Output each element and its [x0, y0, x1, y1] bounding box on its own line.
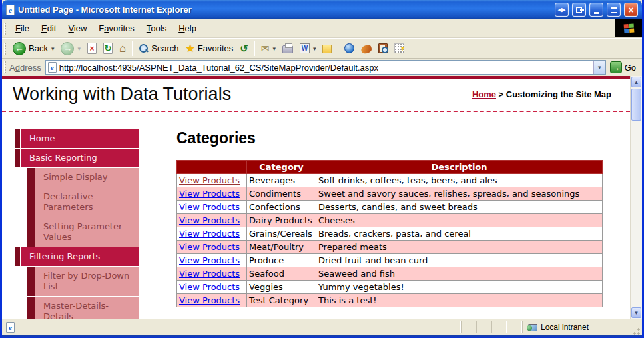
stop-button[interactable]: × [84, 41, 100, 55]
view-products-link[interactable]: View Products [179, 215, 240, 225]
forward-icon: → [61, 42, 74, 55]
address-label: Address [9, 63, 41, 73]
description-cell: Yummy vegetables! [316, 281, 603, 294]
header-description: Description [316, 161, 603, 174]
category-cell: Test Category [247, 294, 316, 307]
menu-file[interactable]: File [9, 21, 35, 36]
mail-button[interactable]: ✉ ▾ [258, 41, 279, 56]
view-products-link[interactable]: View Products [179, 202, 240, 212]
fox-icon [360, 44, 373, 55]
table-row: View Products Seafood Seaweed and fish [177, 267, 603, 281]
messenger-button[interactable] [341, 42, 358, 55]
favorites-button[interactable]: ★ Favorites [182, 42, 236, 55]
breadcrumb: Home > Customizing the Site Map [472, 89, 621, 99]
sidebar-item-simple-display[interactable]: Simple Display [27, 168, 139, 187]
view-products-link[interactable]: View Products [179, 189, 240, 199]
refresh-button[interactable]: ↻ [100, 41, 116, 55]
toolbar-grip[interactable] [4, 43, 6, 55]
menu-edit[interactable]: Edit [35, 21, 62, 36]
search-button[interactable]: Search [135, 42, 182, 55]
addon-button[interactable] [358, 42, 375, 55]
table-row: View Products Veggies Yummy vegetables! [177, 281, 603, 294]
toolbar-separator [338, 41, 338, 56]
description-cell: Breads, crackers, pasta, and cereal [316, 227, 603, 241]
close-button[interactable]: × [624, 3, 638, 17]
status-panel [491, 321, 507, 333]
scroll-up-button[interactable]: ▲ [631, 77, 641, 87]
sidebar-item-setting-parameter-values[interactable]: Setting Parameter Values [27, 217, 139, 247]
standard-toolbar: ← Back ▾ → ▾ × ↻ ⌂ Search ★ Favorites ↺ … [2, 38, 642, 59]
table-row: View Products Condiments Sweet and savor… [177, 187, 603, 201]
note-icon [322, 45, 332, 53]
edit-dropdown-icon[interactable]: ▾ [313, 45, 316, 52]
menu-help[interactable]: Help [172, 21, 202, 36]
view-products-link[interactable]: View Products [179, 242, 240, 252]
web-page: Working with Data Tutorials Home > Custo… [2, 76, 630, 319]
home-icon: ⌂ [119, 43, 126, 54]
sidebar-item-home[interactable]: Home [15, 129, 139, 148]
back-dropdown-icon[interactable]: ▾ [51, 45, 55, 52]
breadcrumb-home-link[interactable]: Home [472, 89, 496, 99]
title-bar[interactable]: e Untitled Page - Microsoft Internet Exp… [2, 0, 642, 19]
vertical-scrollbar[interactable]: ▲ ▼ [630, 76, 642, 319]
mail-dropdown-icon[interactable]: ▾ [272, 45, 276, 52]
resize-grip[interactable] [631, 326, 641, 335]
scrollbar-thumb[interactable] [631, 89, 641, 121]
sidebar-item-basic-reporting[interactable]: Basic Reporting [15, 149, 139, 167]
description-cell: Cheeses [316, 214, 603, 227]
history-button[interactable]: ↺ [236, 41, 252, 56]
pixel-grid-icon [394, 43, 404, 53]
browser-viewport: Working with Data Tutorials Home > Custo… [2, 76, 642, 319]
page-title: Categories [176, 129, 623, 147]
minimize-button[interactable] [589, 3, 603, 17]
forward-dropdown-icon: ▾ [77, 45, 81, 52]
menu-favorites[interactable]: Favorites [93, 21, 140, 36]
pop-out-button[interactable] [572, 3, 586, 17]
sidebar-item-declarative-parameters[interactable]: Declarative Parameters [27, 187, 139, 217]
page-header: Working with Data Tutorials Home > Custo… [2, 79, 630, 112]
status-panel [507, 321, 522, 333]
back-button[interactable]: ← Back ▾ [9, 41, 57, 57]
menu-tools[interactable]: Tools [141, 21, 172, 36]
research-button[interactable] [375, 42, 391, 55]
notes-button[interactable] [319, 42, 335, 55]
address-url[interactable]: http://localhost:4935/ASPNET_Data_Tutori… [59, 63, 591, 73]
sidebar-item-master-details-details[interactable]: Master-Details-Details [27, 297, 139, 319]
breadcrumb-current: Customizing the Site Map [506, 89, 611, 99]
view-products-link[interactable]: View Products [179, 282, 240, 292]
description-cell: Sweet and savory sauces, relishes, sprea… [316, 187, 603, 201]
scroll-down-button[interactable]: ▼ [631, 307, 641, 318]
address-dropdown-button[interactable]: ▾ [593, 61, 605, 74]
address-input[interactable]: e http://localhost:4935/ASPNET_Data_Tuto… [45, 60, 606, 75]
category-cell: Meat/Poultry [247, 241, 316, 254]
status-page-icon: e [6, 322, 15, 333]
table-row: View Products Grains/Cereals Breads, cra… [177, 227, 603, 241]
sidebar-menu: Home Basic Reporting Simple Display Decl… [15, 129, 139, 319]
home-button[interactable]: ⌂ [116, 41, 129, 55]
maximize-button[interactable] [607, 3, 621, 17]
window-title: Untitled Page - Microsoft Internet Explo… [18, 5, 551, 15]
go-arrow-icon: → [610, 61, 622, 73]
sidebar-item-filtering-reports[interactable]: Filtering Reports [15, 247, 139, 266]
go-button[interactable]: → Go [606, 61, 640, 73]
view-products-link[interactable]: View Products [179, 295, 240, 305]
addressbar-grip[interactable] [4, 61, 6, 73]
breadcrumb-separator: > [496, 89, 506, 99]
resize-toggle-button[interactable]: ◂▸ [555, 3, 569, 17]
menu-view[interactable]: View [62, 21, 93, 36]
view-products-link[interactable]: View Products [179, 175, 240, 185]
edit-with-word-button[interactable]: W ▾ [296, 42, 320, 55]
category-cell: Seafood [247, 267, 316, 281]
forward-button[interactable]: → ▾ [57, 41, 84, 57]
category-cell: Condiments [247, 187, 316, 201]
search-icon [139, 43, 149, 53]
description-cell: Dried fruit and bean curd [316, 254, 603, 267]
sidebar-item-filter-by-dropdown-list[interactable]: Filter by Drop-Down List [27, 267, 139, 296]
view-products-link[interactable]: View Products [179, 229, 240, 239]
view-products-link[interactable]: View Products [179, 269, 240, 279]
print-button[interactable] [279, 42, 296, 55]
view-products-link[interactable]: View Products [179, 255, 240, 265]
menubar-grip[interactable] [4, 23, 6, 35]
snippet-tool-button[interactable] [391, 42, 408, 55]
local-intranet-icon [528, 324, 537, 331]
